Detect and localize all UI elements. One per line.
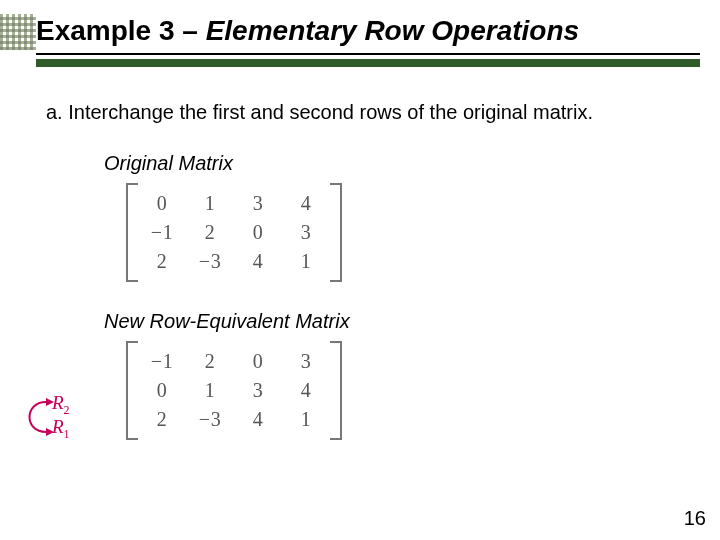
- table-row: 2 −3 4 1: [138, 247, 330, 276]
- instruction-line: a. Interchange the first and second rows…: [46, 100, 660, 126]
- cell: 0: [234, 218, 282, 247]
- page-number: 16: [684, 507, 706, 530]
- table-row: 2 −3 4 1: [138, 405, 330, 434]
- cell: 0: [138, 189, 186, 218]
- table-row: 0 1 3 4: [138, 376, 330, 405]
- cell: 4: [234, 247, 282, 276]
- original-matrix: 0 1 3 4 −1 2 0 3 2 −3 4 1: [124, 181, 660, 284]
- cell: 1: [186, 189, 234, 218]
- title-name: Elementary Row Operations: [206, 15, 579, 46]
- cell: 3: [282, 347, 330, 376]
- item-label: a.: [46, 101, 63, 123]
- cell: 3: [234, 376, 282, 405]
- cell: 4: [282, 376, 330, 405]
- cell: 1: [186, 376, 234, 405]
- cell: 3: [234, 189, 282, 218]
- table-row: 0 1 3 4: [138, 189, 330, 218]
- cell: −1: [138, 218, 186, 247]
- table-row: −1 2 0 3: [138, 347, 330, 376]
- cell: 4: [282, 189, 330, 218]
- cell: −3: [186, 405, 234, 434]
- title-prefix: Example 3 –: [36, 15, 206, 46]
- cell: 2: [138, 405, 186, 434]
- slide: Example 3 – Elementary Row Operations a.…: [0, 0, 720, 540]
- page-title: Example 3 – Elementary Row Operations: [36, 16, 700, 47]
- cell: 2: [138, 247, 186, 276]
- cell: 3: [282, 218, 330, 247]
- new-matrix-label: New Row-Equivalent Matrix: [104, 310, 660, 333]
- cell: 1: [282, 247, 330, 276]
- swap-r: R: [52, 392, 64, 413]
- swap-r-sub: 1: [64, 427, 70, 441]
- body: a. Interchange the first and second rows…: [46, 100, 660, 442]
- new-matrix: −1 2 0 3 0 1 3 4 2 −3 4 1: [124, 339, 660, 442]
- cell: 0: [234, 347, 282, 376]
- title-block: Example 3 – Elementary Row Operations: [36, 16, 700, 67]
- title-green-bar: [36, 59, 700, 67]
- matrix-brackets: −1 2 0 3 0 1 3 4 2 −3 4 1: [124, 339, 344, 442]
- original-matrix-label: Original Matrix: [104, 152, 660, 175]
- cell: 2: [186, 218, 234, 247]
- row-swap-indicator: R2 R1: [16, 392, 74, 450]
- cell: 1: [282, 405, 330, 434]
- cell: −1: [138, 347, 186, 376]
- cell: 2: [186, 347, 234, 376]
- matrix-brackets: 0 1 3 4 −1 2 0 3 2 −3 4 1: [124, 181, 344, 284]
- corner-hatch-logo: [0, 14, 36, 50]
- swap-r: R: [52, 416, 64, 437]
- swap-arrow-icon: [16, 392, 56, 442]
- swap-label-bottom: R1: [52, 416, 70, 442]
- title-underline: [36, 53, 700, 55]
- table-row: −1 2 0 3: [138, 218, 330, 247]
- item-text: Interchange the first and second rows of…: [68, 101, 593, 123]
- swap-label-top: R2: [52, 392, 70, 418]
- swap-r-sub: 2: [64, 403, 70, 417]
- cell: −3: [186, 247, 234, 276]
- cell: 4: [234, 405, 282, 434]
- cell: 0: [138, 376, 186, 405]
